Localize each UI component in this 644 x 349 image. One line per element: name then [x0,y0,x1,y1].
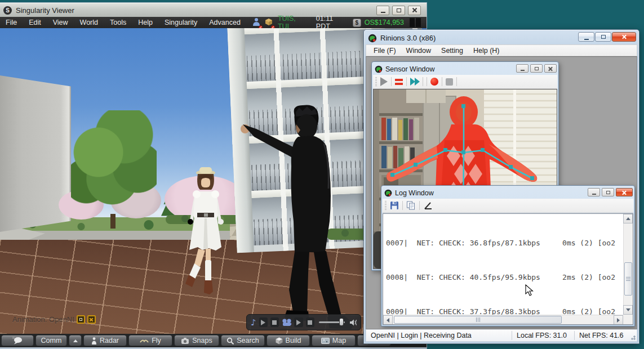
movie-camera-icon [282,319,292,326]
search-button[interactable]: Search [221,335,265,346]
viewer-minimize-button[interactable] [376,6,389,15]
viewer-menubar: File Edit View World Tools Help Singular… [0,17,427,28]
record-button[interactable] [430,78,438,86]
rinions-app-icon [384,189,392,197]
scroll-down-button[interactable] [623,305,633,315]
log-titlebar[interactable]: Log Window [383,187,633,199]
vertical-scrollbar[interactable] [623,214,633,315]
vertical-scroll-thumb[interactable] [624,262,632,296]
radar-label: Radar [100,337,119,344]
fly-button[interactable]: Fly [128,335,172,346]
build-button[interactable]: Build [267,335,310,346]
stream-media-indicator [410,18,421,27]
snapshot-button[interactable]: Snaps [174,335,219,346]
female-avatar[interactable] [182,164,230,297]
log-toolbar [383,199,633,213]
menu-tools[interactable]: Tools [110,19,126,26]
clear-log-icon[interactable] [423,201,433,210]
local-fps-status: Local FPS: 31.0 [512,330,574,341]
scroll-right-button[interactable] [614,315,623,325]
horizontal-scrollbar[interactable] [383,315,623,324]
comm-expand-button[interactable] [69,335,82,346]
balance-label: OS$174,953 [365,19,404,26]
tree-trunk [110,214,116,229]
rinions-window: Rinions 3.0 (x86) File (F) Window Settin… [363,29,639,344]
audio-play-button[interactable] [259,317,268,327]
radar-button[interactable]: Radar [83,335,127,346]
menu-file[interactable]: File [6,19,17,26]
toolbar-grip[interactable] [375,77,377,86]
menu-help[interactable]: Help [138,19,153,26]
world-viewport[interactable]: Animation: OpenNI ♪ [0,28,427,334]
menu-file[interactable]: File (F) [368,47,401,55]
save-icon[interactable] [390,201,399,210]
log-line: 0009| NET: CHECK: 37.3fps/88.3kbps 0ms (… [386,306,623,315]
log-line: 0008| NET: CHECK: 40.5fps/95.9kbps 2ms (… [386,272,623,283]
build-label: Build [286,337,301,344]
log-maximize-button[interactable] [602,188,614,196]
horizontal-scroll-thumb[interactable] [394,316,562,324]
rinions-maximize-button[interactable] [595,32,611,42]
log-window: Log Window [381,185,635,326]
menu-view[interactable]: View [53,19,68,26]
scroll-up-button[interactable] [623,214,633,223]
sensor-minimize-button[interactable] [516,64,528,73]
pause-button[interactable] [395,79,403,85]
overlay-close-button[interactable] [87,315,96,324]
viewer-maximize-button[interactable] [392,6,405,15]
menu-edit[interactable]: Edit [29,19,41,26]
comm-button[interactable]: Comm [35,335,67,346]
scroll-left-button[interactable] [383,315,393,325]
mouse-cursor [525,284,534,297]
search-icon [226,337,234,344]
resize-grip[interactable] [630,334,636,340]
menu-world[interactable]: World [80,19,98,26]
media-controls-panel: ♪ [246,314,361,330]
menu-window[interactable]: Window [401,47,436,55]
log-close-button[interactable] [616,188,633,196]
volume-knob[interactable] [339,318,344,326]
sensor-titlebar[interactable]: Sensor Window [373,63,557,75]
connection-status: OpenNI | Login | Receiving Data [366,330,512,341]
stop-button[interactable] [446,78,453,86]
chat-button[interactable] [1,335,34,346]
singularity-viewer-window: S Singularity Viewer File Edit View Worl… [0,3,427,349]
menu-advanced[interactable]: Advanced [209,19,241,26]
bird-icon [140,338,149,344]
map-label: Map [332,337,346,344]
play-button[interactable] [380,77,388,86]
menu-help[interactable]: Help (H) [468,47,505,55]
rinions-titlebar[interactable]: Rinions 3.0 (x86) [366,32,637,44]
log-text-area[interactable]: 0007| NET: CHECK: 36.8fps/87.1kbps 0ms (… [383,213,633,325]
toolbar-grip[interactable] [385,201,387,210]
overlay-restore-button[interactable] [77,315,85,324]
media-play-button[interactable] [294,317,303,327]
log-minimize-button[interactable] [588,188,600,196]
volume-slider[interactable] [319,321,345,323]
close-icon [622,190,627,195]
search-label: Search [237,337,259,344]
menu-setting[interactable]: Setting [436,47,468,55]
close-icon [548,66,553,71]
rinions-close-button[interactable] [612,32,636,42]
sensor-title: Sensor Window [385,65,435,73]
male-avatar[interactable] [239,104,363,334]
rinions-app-icon [375,65,383,73]
music-note-icon: ♪ [251,317,256,328]
sensor-close-button[interactable] [544,64,557,73]
copy-icon[interactable] [406,201,416,210]
map-button[interactable]: Map [312,335,356,346]
camera-icon [181,337,189,344]
menu-singularity[interactable]: Singularity [165,19,197,26]
buy-currency-button[interactable]: $ [353,19,361,27]
fast-forward-button[interactable] [410,78,419,86]
sensor-toolbar [373,75,557,89]
audio-stop-button[interactable] [270,317,279,327]
minimize-icon [381,12,385,13]
sensor-maximize-button[interactable] [530,64,543,73]
snapshot-label: Snaps [192,337,212,344]
viewer-close-button[interactable] [408,6,421,15]
rinions-minimize-button[interactable] [578,32,594,42]
speaker-icon[interactable] [349,319,357,326]
media-stop-button[interactable] [306,317,314,327]
